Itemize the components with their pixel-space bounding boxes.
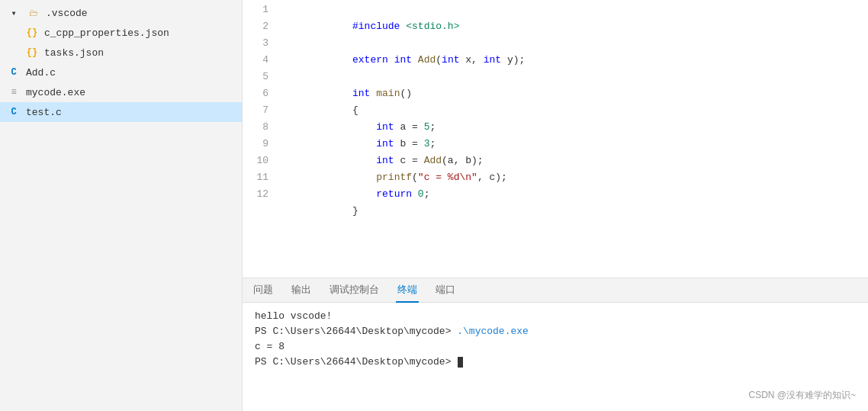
sidebar-item-label: Add.c (26, 67, 56, 79)
sidebar-item-c-cpp-properties[interactable]: {} c_cpp_properties.json (0, 23, 242, 43)
code-line-5: int main() (293, 69, 868, 85)
tab-ports[interactable]: 端口 (434, 278, 457, 303)
code-content: #include <stdio.h> extern int Add(int x,… (281, 0, 868, 278)
tab-debug-console[interactable]: 调试控制台 (328, 278, 381, 303)
code-line-3: extern int Add(int x, int y); (293, 35, 868, 52)
sidebar-item-label: test.c (26, 107, 62, 118)
sidebar-item-add-c[interactable]: C Add.c (0, 63, 242, 82)
sidebar-item-mycode-exe[interactable]: ≡ mycode.exe (0, 82, 242, 102)
watermark: CSDN @没有难学的知识~ (748, 389, 856, 402)
tab-terminal[interactable]: 终端 (396, 278, 419, 303)
tab-problems[interactable]: 问题 (252, 278, 275, 303)
terminal-line-1: hello vscode! (255, 309, 856, 324)
sidebar-item-tasks-json[interactable]: {} tasks.json (0, 43, 242, 63)
line-numbers: 1 2 3 4 5 6 7 8 9 10 11 12 (243, 0, 281, 278)
sidebar-item-test-c[interactable]: C test.c (0, 102, 242, 122)
chevron-down-icon: ▾ (6, 5, 21, 21)
tab-output[interactable]: 输出 (290, 278, 313, 303)
terminal-line-3: c = 8 (255, 339, 856, 355)
json-icon: {} (24, 45, 40, 60)
terminal-line-4: PS C:\Users\26644\Desktop\mycode> (255, 355, 856, 370)
terminal-line-2: PS C:\Users\26644\Desktop\mycode> .\myco… (255, 324, 856, 339)
c-file-icon: C (6, 65, 21, 80)
main-content: 1 2 3 4 5 6 7 8 9 10 11 12 #include <std… (243, 0, 868, 411)
sidebar-item-label: c_cpp_properties.json (44, 27, 169, 39)
json-icon: {} (24, 25, 40, 40)
sidebar-item-label: mycode.exe (26, 87, 85, 98)
code-line-7: int a = 5; (293, 102, 868, 119)
folder-icon: 🗁 (26, 5, 41, 21)
code-editor[interactable]: 1 2 3 4 5 6 7 8 9 10 11 12 #include <std… (243, 0, 868, 278)
code-line-1: #include <stdio.h> (293, 2, 868, 18)
exe-file-icon: ≡ (6, 85, 21, 100)
c-file-icon: C (6, 104, 21, 120)
sidebar-item-vscode[interactable]: ▾ 🗁 .vscode (0, 3, 242, 23)
sidebar-item-label: .vscode (46, 8, 88, 19)
sidebar-item-label: tasks.json (44, 47, 104, 59)
terminal-tabs: 问题 输出 调试控制台 终端 端口 (243, 278, 868, 303)
sidebar: ▾ 🗁 .vscode {} c_cpp_properties.json {} … (0, 0, 243, 411)
